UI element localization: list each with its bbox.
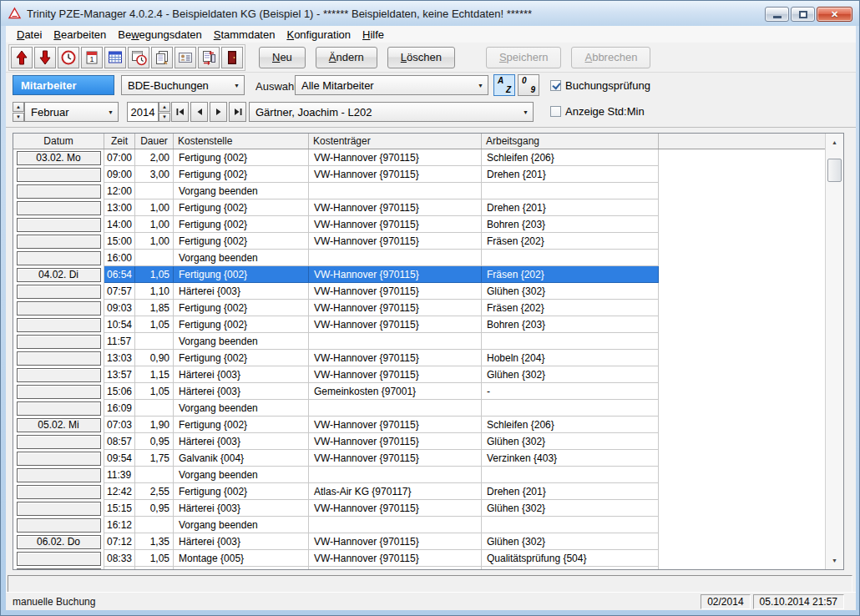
menu-konfiguration[interactable]: Konfiguration: [281, 27, 357, 43]
year-spin-up-button[interactable]: ▲: [159, 102, 170, 112]
date-cell-button[interactable]: [17, 518, 101, 533]
tool-calendar-day-button[interactable]: 1: [81, 47, 103, 68]
table-row[interactable]: 16:09Vorgang beenden: [13, 400, 825, 417]
table-row[interactable]: 15:061,05Härterei {003}Gemeinkosten {970…: [13, 383, 825, 400]
tool-copy-documents-button[interactable]: [151, 47, 173, 68]
date-cell-button[interactable]: [17, 485, 101, 499]
nav-first-button[interactable]: [171, 102, 189, 122]
table-row[interactable]: 13:571,15Härterei {003}VW-Hannover {9701…: [13, 366, 825, 383]
month-dropdown[interactable]: Februar ▼: [24, 102, 119, 122]
menu-hilfe[interactable]: Hilfe: [357, 27, 390, 43]
tool-door-button[interactable]: [221, 47, 243, 68]
menu-bewegungsdaten[interactable]: Bewegungsdaten: [112, 27, 207, 43]
table-row[interactable]: 09:003,00Fertigung {002}VW-Hannover {970…: [13, 166, 825, 183]
column-header-kostentrager[interactable]: Kostenträger: [309, 134, 482, 149]
table-row[interactable]: 05.02. Mi07:031,90Fertigung {002}VW-Hann…: [13, 417, 825, 433]
table-row[interactable]: 16:12Vorgang beenden: [13, 517, 825, 533]
date-cell-button[interactable]: 06.02. Do: [17, 535, 101, 549]
date-cell-button[interactable]: [17, 368, 101, 382]
date-cell-button[interactable]: [17, 218, 101, 232]
date-cell-button[interactable]: [17, 335, 101, 349]
tool-calendar-month-button[interactable]: [104, 47, 126, 68]
tool-arrow-up-button[interactable]: [11, 47, 33, 68]
menu-bearbeiten[interactable]: Bearbeiten: [48, 27, 112, 43]
table-row[interactable]: 13:030,90Fertigung {002}VW-Hannover {970…: [13, 350, 825, 366]
tab-mitarbeiter[interactable]: Mitarbeiter: [13, 75, 114, 95]
table-row[interactable]: 12:00Vorgang beenden: [13, 183, 825, 199]
date-cell-button[interactable]: [17, 285, 101, 299]
scroll-up-button[interactable]: ▲: [826, 135, 843, 149]
date-cell-button[interactable]: 03.02. Mo: [17, 151, 101, 165]
nav-previous-button[interactable]: [190, 102, 208, 122]
scroll-down-button[interactable]: ▼: [826, 553, 843, 568]
table-row[interactable]: 04.02. Di06:541,05Fertigung {002}VW-Hann…: [13, 266, 825, 283]
date-cell-button[interactable]: [17, 468, 101, 482]
date-cell-button[interactable]: [17, 552, 101, 566]
date-cell-button[interactable]: [17, 251, 101, 265]
column-header-kostenstelle[interactable]: Kostenstelle: [174, 134, 309, 149]
table-row[interactable]: 09:541,75Galvanik {004}VW-Hannover {9701…: [13, 450, 825, 467]
date-cell-button[interactable]: [17, 401, 101, 416]
andern-button[interactable]: Ändern: [316, 47, 377, 68]
table-row[interactable]: 12:422,55Fertigung {002}Atlas-Air KG {97…: [13, 483, 825, 500]
table-row[interactable]: 15:001,00Fertigung {002}VW-Hannover {970…: [13, 233, 825, 250]
date-cell-button[interactable]: 04.02. Di: [17, 268, 101, 282]
menu-stammdaten[interactable]: Stammdaten: [208, 27, 281, 43]
booking-type-dropdown[interactable]: BDE-Buchungen ▼: [121, 75, 245, 95]
table-row[interactable]: 16:00Vorgang beenden: [13, 250, 825, 266]
maximize-button[interactable]: [791, 7, 815, 22]
tool-clock-button[interactable]: [58, 47, 79, 68]
date-cell-button[interactable]: 05.02. Mi: [17, 418, 101, 432]
year-spin-down-button[interactable]: ▼: [159, 113, 170, 123]
date-cell-button[interactable]: [17, 568, 101, 570]
date-cell-button[interactable]: [17, 502, 101, 516]
date-cell-button[interactable]: [17, 201, 101, 215]
table-row[interactable]: 13:001,00Fertigung {002}VW-Hannover {970…: [13, 199, 825, 216]
year-field[interactable]: 2014: [127, 102, 159, 122]
date-cell-button[interactable]: [17, 435, 101, 449]
date-cell-button[interactable]: [17, 301, 101, 316]
table-row[interactable]: 08:570,95Härterei {003}VW-Hannover {9701…: [13, 433, 825, 450]
vertical-scrollbar[interactable]: ▲ ▼: [825, 134, 843, 569]
tool-report-transfer-button[interactable]: [198, 47, 220, 68]
table-row[interactable]: 03.02. Mo07:002,00Fertigung {002}VW-Hann…: [13, 149, 825, 166]
table-row[interactable]: 07:571,10Härterei {003}VW-Hannover {9701…: [13, 283, 825, 300]
neu-button[interactable]: Neu: [259, 47, 306, 68]
loschen-button[interactable]: Löschen: [387, 47, 455, 68]
month-spin-down-button[interactable]: ▼: [13, 113, 24, 123]
anzeige-stdmin-checkbox[interactable]: Anzeige Std:Min: [550, 105, 645, 118]
employee-filter-dropdown[interactable]: Alle Mitarbeiter ▼: [295, 75, 488, 95]
tool-calendar-clock-button[interactable]: [128, 47, 149, 68]
table-row[interactable]: 09:031,85Fertigung {002}VW-Hannover {970…: [13, 300, 825, 316]
column-header-datum[interactable]: Datum: [13, 134, 104, 149]
employee-record-dropdown[interactable]: Gärtner, Joachim - L202 ▼: [249, 102, 534, 122]
table-row[interactable]: 08:331,05Montage {005}VW-Hannover {97011…: [13, 550, 825, 567]
tool-arrow-down-button[interactable]: [34, 47, 56, 68]
table-row[interactable]: 11:39Vorgang beenden: [13, 467, 825, 483]
scrollbar-thumb[interactable]: [827, 159, 842, 182]
nav-next-button[interactable]: [210, 102, 227, 122]
app-icon[interactable]: [8, 7, 22, 20]
table-row[interactable]: 06.02. Do07:121,35Härterei {003}VW-Hanno…: [13, 533, 825, 550]
date-cell-button[interactable]: [17, 452, 101, 466]
sort-alphabetic-button[interactable]: A Z: [493, 74, 515, 96]
date-cell-button[interactable]: [17, 168, 101, 182]
sort-numeric-button[interactable]: 0 9: [518, 74, 539, 96]
column-header-zeit[interactable]: Zeit: [104, 134, 135, 149]
table-row[interactable]: 11:57Vorgang beenden: [13, 333, 825, 350]
date-cell-button[interactable]: [17, 235, 101, 249]
month-spin-up-button[interactable]: ▲: [13, 102, 24, 112]
menu-datei[interactable]: Datei: [11, 27, 48, 43]
close-button[interactable]: ✕: [817, 7, 852, 22]
buchungspruefung-checkbox[interactable]: Buchungsprüfung: [550, 79, 650, 92]
date-cell-button[interactable]: [17, 385, 101, 399]
date-cell-button[interactable]: [17, 318, 101, 332]
table-row[interactable]: 14:001,00Fertigung {002}VW-Hannover {970…: [13, 216, 825, 233]
nav-last-button[interactable]: [229, 102, 246, 122]
minimize-button[interactable]: [765, 7, 789, 22]
column-header-dauer[interactable]: Dauer: [135, 134, 174, 149]
column-header-arbeitsgang[interactable]: Arbeitsgang: [482, 134, 659, 149]
table-row[interactable]: [13, 567, 825, 569]
table-row[interactable]: 15:150,95Härterei {003}VW-Hannover {9701…: [13, 500, 825, 517]
table-row[interactable]: 10:541,05Fertigung {002}VW-Hannover {970…: [13, 316, 825, 333]
